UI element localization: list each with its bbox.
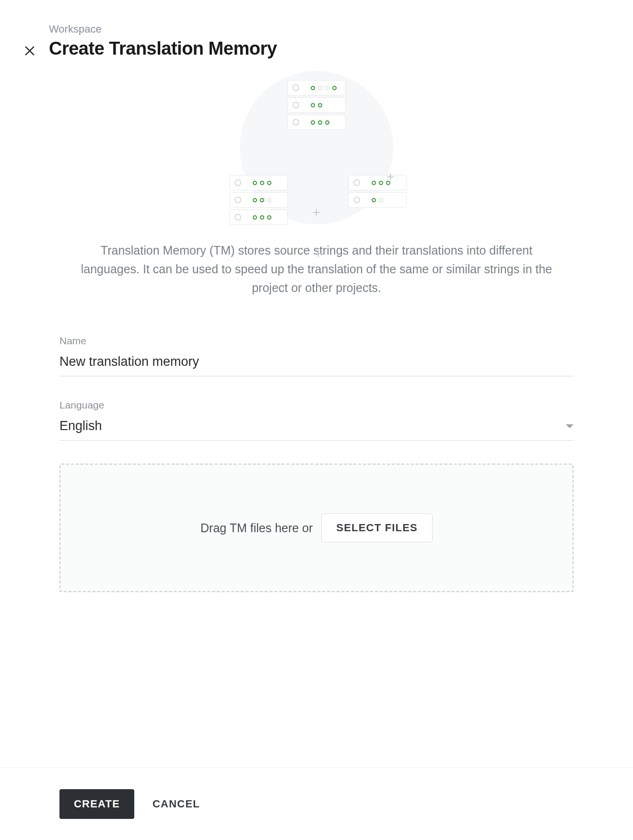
plus-icon: + [313,205,320,220]
language-value: English [59,419,102,433]
page-title: Create Translation Memory [49,38,277,59]
name-input[interactable] [59,350,574,376]
close-button[interactable] [23,44,36,58]
plus-icon: + [387,169,394,185]
dropzone-text: Drag TM files here or [200,521,313,535]
plus-icon: + [315,246,322,261]
chevron-down-icon [566,424,574,428]
cancel-button[interactable]: CANCEL [151,789,202,819]
language-label: Language [59,399,574,411]
close-icon [23,44,36,58]
breadcrumb: Workspace [49,23,277,35]
file-dropzone[interactable]: Drag TM files here or SELECT FILES [59,464,574,592]
language-select[interactable]: English [59,415,574,441]
illustration: + + + [59,69,574,222]
select-files-button[interactable]: SELECT FILES [321,513,433,542]
name-label: Name [59,335,574,347]
create-button[interactable]: CREATE [59,789,134,819]
